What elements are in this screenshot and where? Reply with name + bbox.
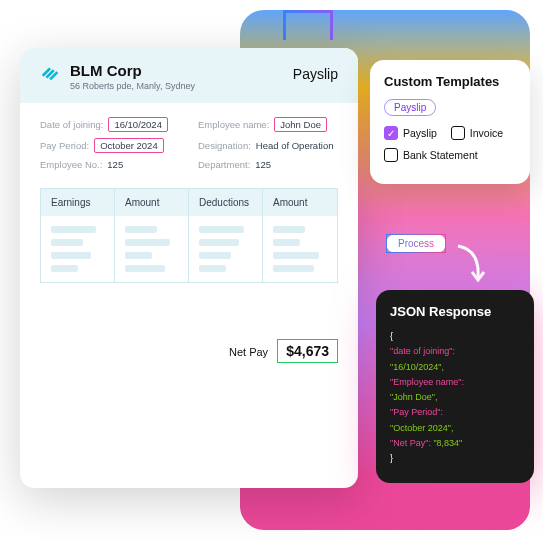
checkbox-label: Invoice (470, 127, 503, 139)
table-col (115, 216, 189, 282)
check-icon: ✓ (384, 126, 398, 140)
net-pay-value: $4,673 (277, 339, 338, 363)
table-header-deductions: Deductions (189, 189, 263, 216)
department-value: 125 (255, 159, 271, 170)
company-logo-icon (40, 62, 62, 84)
employee-no-value: 125 (107, 159, 123, 170)
date-joining-value: 16/10/2024 (108, 117, 168, 132)
employee-name-value: John Doe (274, 117, 327, 132)
date-joining-label: Date of joining: (40, 119, 103, 130)
table-col (189, 216, 263, 282)
net-pay-label: Net Pay (229, 346, 268, 358)
checkbox-payslip[interactable]: ✓Payslip (384, 126, 437, 140)
selected-template-pill[interactable]: Payslip (384, 99, 436, 116)
department-label: Department: (198, 159, 250, 170)
table-header-earnings: Earnings (41, 189, 115, 216)
templates-title: Custom Templates (384, 74, 516, 89)
earnings-table: Earnings Amount Deductions Amount (40, 188, 338, 283)
checkbox-invoice[interactable]: Invoice (451, 126, 503, 140)
checkbox-empty-icon (384, 148, 398, 162)
table-header-amount1: Amount (115, 189, 189, 216)
table-col (41, 216, 115, 282)
table-header-amount2: Amount (263, 189, 337, 216)
designation-label: Designation: (198, 140, 251, 151)
payslip-document: BLM Corp 56 Roberts pde, Manly, Sydney P… (20, 48, 358, 488)
checkbox-bank-statement[interactable]: Bank Statement (384, 148, 478, 162)
checkbox-label: Bank Statement (403, 149, 478, 161)
templates-card: Custom Templates Payslip ✓Payslip Invoic… (370, 60, 530, 184)
payslip-header: BLM Corp 56 Roberts pde, Manly, Sydney P… (20, 48, 358, 103)
employee-no-label: Employee No.: (40, 159, 102, 170)
company-address: 56 Roberts pde, Manly, Sydney (70, 81, 195, 91)
table-col (263, 216, 337, 282)
net-pay-row: Net Pay $4,673 (40, 343, 338, 359)
checkbox-empty-icon (451, 126, 465, 140)
employee-fields: Date of joining:16/10/2024 Employee name… (40, 117, 338, 170)
pay-period-label: Pay Period: (40, 140, 89, 151)
json-title: JSON Response (390, 304, 520, 319)
json-response-card: JSON Response { "date of joining": "16/1… (376, 290, 534, 483)
process-button[interactable]: Process (386, 234, 446, 253)
json-body: { "date of joining": "16/10/2024", "Empl… (390, 329, 520, 467)
document-type: Payslip (293, 66, 338, 82)
company-name: BLM Corp (70, 62, 195, 79)
arrow-icon (450, 238, 500, 288)
tab-notch (283, 10, 333, 40)
designation-value: Head of Operation (256, 140, 334, 151)
employee-name-label: Employee name: (198, 119, 269, 130)
pay-period-value: October 2024 (94, 138, 164, 153)
checkbox-label: Payslip (403, 127, 437, 139)
